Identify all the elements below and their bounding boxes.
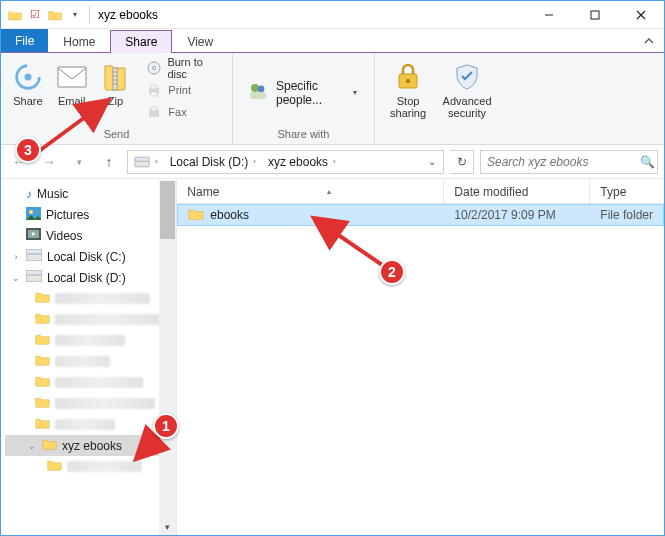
tree-item[interactable] bbox=[5, 456, 176, 477]
tree-item[interactable] bbox=[5, 330, 176, 351]
folder-icon bbox=[188, 207, 204, 224]
annotation-badge-3: 3 bbox=[15, 137, 41, 163]
svg-rect-16 bbox=[151, 107, 157, 111]
navigation-pane[interactable]: ♪Music Pictures Videos ›Local Disk (C:) … bbox=[1, 180, 177, 535]
address-history-dropdown[interactable]: ⌄ bbox=[423, 156, 441, 167]
tree: ♪Music Pictures Videos ›Local Disk (C:) … bbox=[1, 180, 176, 480]
burn-to-disc-button[interactable]: Burn to disc bbox=[142, 57, 226, 79]
crumb-folder[interactable]: xyz ebooks› bbox=[264, 151, 342, 173]
zip-button[interactable]: Zip bbox=[95, 57, 137, 107]
qat-customize-icon[interactable]: ▾ bbox=[67, 7, 83, 23]
svg-rect-4 bbox=[58, 67, 86, 87]
folder-icon bbox=[35, 333, 50, 348]
stop-sharing-button[interactable]: Stop sharing bbox=[381, 57, 435, 119]
videos-icon bbox=[26, 228, 41, 243]
tree-item[interactable] bbox=[5, 393, 176, 414]
column-date[interactable]: Date modified bbox=[443, 180, 589, 203]
list-row-ebooks[interactable]: ebooks 10/2/2017 9:09 PM File folder bbox=[177, 204, 664, 226]
column-name[interactable]: Name▴ bbox=[177, 180, 443, 203]
tree-item[interactable] bbox=[5, 414, 176, 435]
fax-button[interactable]: Fax bbox=[142, 101, 226, 123]
nav-scrollbar[interactable]: ▴ ▾ bbox=[159, 180, 176, 535]
svg-point-11 bbox=[152, 66, 155, 69]
tree-ddrive[interactable]: ⌄Local Disk (D:) bbox=[5, 267, 176, 288]
file-list[interactable]: Name▴ Date modified Type ebooks 10/2/201… bbox=[177, 180, 664, 535]
folder-icon bbox=[35, 417, 50, 432]
search-box[interactable]: 🔍 bbox=[480, 150, 658, 174]
sort-asc-icon: ▴ bbox=[327, 187, 331, 196]
svg-rect-19 bbox=[250, 92, 266, 99]
close-button[interactable] bbox=[618, 1, 664, 29]
drive-icon bbox=[26, 249, 42, 264]
tree-item[interactable] bbox=[5, 351, 176, 372]
folder-icon bbox=[7, 7, 23, 23]
qat-new-folder-icon[interactable] bbox=[47, 7, 63, 23]
tree-item[interactable] bbox=[5, 372, 176, 393]
ribbon-group-send: Share Email Zip Burn to disc bbox=[1, 53, 233, 144]
folder-icon bbox=[35, 354, 50, 369]
folder-icon bbox=[35, 396, 50, 411]
address-bar[interactable]: › Local Disk (D:)› xyz ebooks› ⌄ bbox=[127, 150, 444, 174]
tree-pictures[interactable]: Pictures bbox=[5, 204, 176, 225]
cell-date: 10/2/2017 9:09 PM bbox=[444, 208, 590, 222]
explorer-body: ♪Music Pictures Videos ›Local Disk (C:) … bbox=[1, 180, 664, 535]
minimize-button[interactable] bbox=[526, 1, 572, 29]
disc-icon bbox=[146, 60, 161, 76]
ribbon-help-icon[interactable] bbox=[634, 29, 664, 53]
people-icon bbox=[248, 82, 268, 103]
ribbon-group-share-with: Specific people... ▾ Share with bbox=[233, 53, 375, 144]
nav-recent-dropdown[interactable]: ▾ bbox=[67, 150, 91, 174]
cell-type: File folder bbox=[590, 208, 663, 222]
scroll-down-icon[interactable]: ▾ bbox=[159, 518, 176, 535]
tab-file[interactable]: File bbox=[1, 29, 48, 53]
print-button[interactable]: Print bbox=[142, 79, 226, 101]
fax-icon bbox=[146, 104, 162, 120]
print-icon bbox=[146, 82, 162, 98]
svg-rect-1 bbox=[591, 11, 599, 19]
search-input[interactable] bbox=[485, 154, 640, 170]
crumb-drive-icon[interactable]: › bbox=[130, 151, 164, 173]
tab-view[interactable]: View bbox=[172, 30, 228, 53]
crumb-drive[interactable]: Local Disk (D:)› bbox=[166, 151, 262, 173]
share-icon bbox=[12, 61, 44, 93]
svg-rect-5 bbox=[113, 68, 117, 90]
tree-item[interactable] bbox=[5, 309, 176, 330]
group-label-share-with: Share with bbox=[233, 128, 374, 144]
svg-point-25 bbox=[29, 210, 33, 214]
tree-item[interactable] bbox=[5, 288, 176, 309]
specific-people-button[interactable]: Specific people... ▾ bbox=[239, 74, 368, 112]
refresh-button[interactable]: ↻ bbox=[450, 150, 474, 174]
tree-cdrive[interactable]: ›Local Disk (C:) bbox=[5, 246, 176, 267]
tree-music[interactable]: ♪Music bbox=[5, 183, 176, 204]
annotation-badge-1: 1 bbox=[153, 413, 179, 439]
column-type[interactable]: Type bbox=[589, 180, 664, 203]
email-button[interactable]: Email bbox=[51, 57, 93, 107]
folder-icon bbox=[35, 291, 50, 306]
tree-xyz-ebooks[interactable]: ⌄xyz ebooks bbox=[5, 435, 176, 456]
lock-icon bbox=[392, 61, 424, 93]
svg-rect-23 bbox=[135, 157, 149, 161]
qat-properties-icon[interactable]: ☑ bbox=[27, 7, 43, 23]
scroll-thumb[interactable] bbox=[160, 181, 175, 239]
ribbon-group-security: Stop sharing Advanced security bbox=[375, 53, 503, 144]
tab-share[interactable]: Share bbox=[110, 30, 172, 53]
explorer-window: ☑ ▾ xyz ebooks File Home Share View bbox=[0, 0, 665, 536]
tab-home[interactable]: Home bbox=[48, 30, 110, 53]
title-bar: ☑ ▾ xyz ebooks bbox=[1, 1, 664, 29]
nav-up-button[interactable]: ↑ bbox=[97, 150, 121, 174]
svg-rect-29 bbox=[26, 249, 42, 254]
advanced-security-button[interactable]: Advanced security bbox=[437, 57, 497, 119]
shield-icon bbox=[451, 61, 483, 93]
zip-icon bbox=[99, 61, 131, 93]
share-button[interactable]: Share bbox=[7, 57, 49, 107]
tree-videos[interactable]: Videos bbox=[5, 225, 176, 246]
window-buttons bbox=[526, 1, 664, 29]
svg-rect-31 bbox=[26, 270, 42, 275]
svg-rect-14 bbox=[151, 92, 157, 96]
music-icon: ♪ bbox=[26, 187, 32, 201]
maximize-button[interactable] bbox=[572, 1, 618, 29]
pictures-icon bbox=[26, 207, 41, 223]
svg-rect-13 bbox=[151, 85, 157, 89]
column-headers: Name▴ Date modified Type bbox=[177, 180, 664, 204]
search-icon: 🔍 bbox=[640, 155, 655, 169]
